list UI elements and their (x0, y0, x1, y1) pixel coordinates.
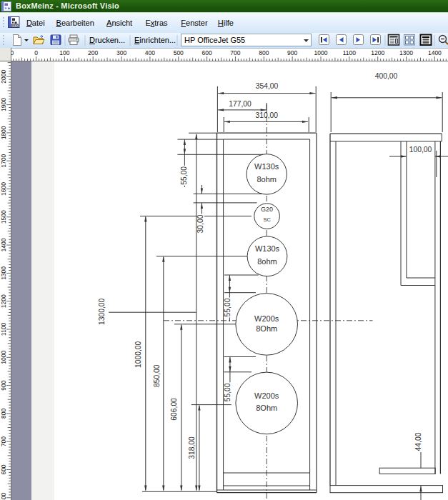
svg-text:1000,00: 1000,00 (134, 341, 142, 368)
svg-text:44,00: 44,00 (414, 432, 422, 451)
svg-text:55,00: 55,00 (180, 166, 188, 185)
svg-text:100,00: 100,00 (409, 146, 432, 154)
svg-text:310,00: 310,00 (256, 111, 279, 119)
svg-text:G20: G20 (261, 206, 273, 213)
svg-text:354,00: 354,00 (256, 82, 279, 90)
svg-text:W130s: W130s (255, 244, 280, 253)
svg-text:55,00: 55,00 (224, 383, 232, 401)
svg-text:400,00: 400,00 (375, 72, 398, 80)
svg-text:606,00: 606,00 (170, 398, 178, 421)
svg-text:8Ohm: 8Ohm (256, 324, 277, 333)
svg-text:1300,00: 1300,00 (98, 298, 106, 324)
svg-text:W130s: W130s (254, 162, 279, 171)
svg-text:W200s: W200s (254, 314, 279, 323)
svg-text:177,00: 177,00 (229, 100, 252, 108)
svg-text:8Ohm: 8Ohm (256, 404, 277, 412)
svg-text:8ohm: 8ohm (257, 257, 277, 266)
svg-text:SC: SC (263, 216, 271, 223)
svg-text:30,00: 30,00 (196, 214, 204, 233)
svg-text:W200s: W200s (254, 391, 279, 400)
svg-text:8ohm: 8ohm (257, 175, 277, 184)
svg-text:850,00: 850,00 (153, 364, 161, 387)
svg-text:55,00: 55,00 (224, 298, 232, 316)
svg-text:318,00: 318,00 (188, 436, 196, 459)
